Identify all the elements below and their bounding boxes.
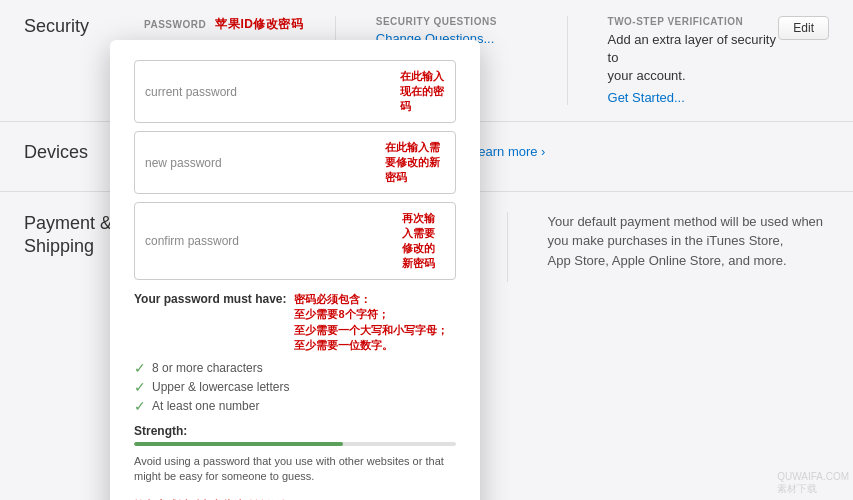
new-password-input[interactable]	[230, 156, 385, 170]
password-title: PASSWORD 苹果id修改密码	[144, 16, 315, 33]
password-rules: Your password must have: 密码必须包含：至少需要8个字符…	[134, 292, 456, 414]
rule-item-2: ✓ Upper & lowercase letters	[134, 379, 456, 395]
new-password-cn: 在此输入需要修改的新密码	[385, 140, 445, 185]
strength-bar-background	[134, 442, 456, 446]
page-container: Security PASSWORD 苹果id修改密码 Change Passwo…	[0, 0, 853, 500]
confirm-password-field[interactable]: confirm password 再次输入需要修改的新密码	[134, 202, 456, 280]
current-password-label: current password	[145, 85, 237, 99]
payment-right: Your default payment method will be used…	[507, 212, 830, 282]
current-password-cn: 在此输入现在的密码	[400, 69, 445, 114]
security-questions-title: SECURITY QUESTIONS	[376, 16, 547, 27]
check-icon-3: ✓	[134, 398, 146, 414]
learn-more-link[interactable]: Learn more ›	[471, 144, 545, 159]
new-password-field[interactable]: new password 在此输入需要修改的新密码	[134, 131, 456, 194]
two-step-desc1: Add an extra layer of security to your a…	[608, 31, 779, 86]
current-password-input[interactable]	[245, 85, 400, 99]
password-modal: current password 在此输入现在的密码 new password …	[110, 40, 480, 500]
security-label-col: Security	[24, 16, 144, 37]
check-icon-1: ✓	[134, 360, 146, 376]
strength-bar-fill	[134, 442, 343, 446]
strength-label: Strength:	[134, 424, 456, 438]
avoid-text: Avoid using a password that you use with…	[134, 454, 456, 485]
two-step-col: TWO-STEP VERIFICATION Add an extra layer…	[568, 16, 779, 105]
confirm-password-input[interactable]	[247, 234, 402, 248]
new-password-label: new password	[145, 156, 222, 170]
watermark: QUWAIFA.COM 素材下载	[777, 471, 849, 496]
get-started-link[interactable]: Get Started...	[608, 90, 685, 105]
security-label: Security	[24, 16, 89, 36]
rule-item-3: ✓ At least one number	[134, 398, 456, 414]
devices-label: Devices	[24, 142, 88, 162]
current-password-field[interactable]: current password 在此输入现在的密码	[134, 60, 456, 123]
payment-right-desc: Your default payment method will be used…	[548, 212, 830, 271]
rules-title-cn: 密码必须包含：至少需要8个字符；至少需要一个大写和小写字母；至少需要一位数字。	[294, 292, 448, 354]
check-icon-2: ✓	[134, 379, 146, 395]
password-title-cn: 苹果id修改密码	[215, 17, 303, 31]
strength-row: Strength:	[134, 424, 456, 446]
confirm-password-label: confirm password	[145, 234, 239, 248]
confirm-password-cn: 再次输入需要修改的新密码	[402, 211, 445, 271]
rule-item-1: ✓ 8 or more characters	[134, 360, 456, 376]
edit-button[interactable]: Edit	[778, 16, 829, 40]
two-step-title: TWO-STEP VERIFICATION	[608, 16, 779, 27]
rules-title: Your password must have: 密码必须包含：至少需要8个字符…	[134, 292, 456, 354]
